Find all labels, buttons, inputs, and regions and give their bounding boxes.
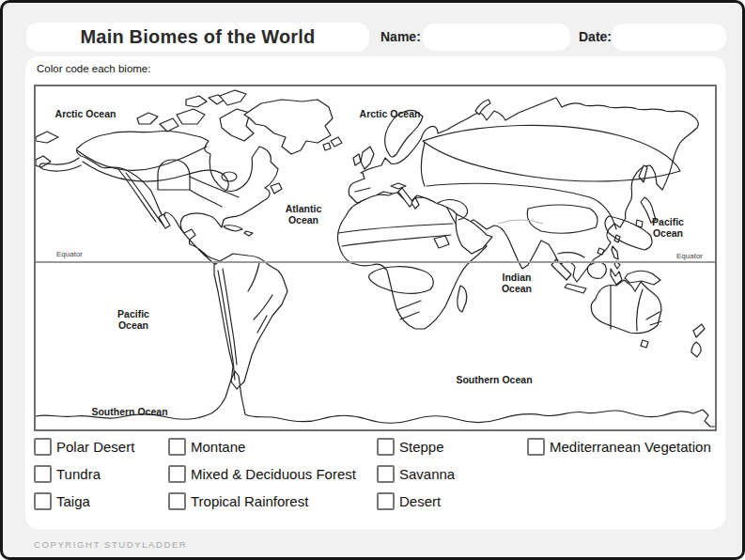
name-label: Name: [380,29,421,44]
checkbox-savanna[interactable] [377,465,395,483]
map-frame: Arctic Ocean Arctic Ocean Atlantic Ocean… [34,85,717,431]
legend-label: Mixed & Deciduous Forest [191,466,356,482]
copyright-text: COPYRIGHT STUDYLADDER [34,539,187,550]
legend-label: Tropical Rainforest [191,493,308,509]
legend-item-mixed-deciduous-forest: Mixed & Deciduous Forest [168,465,356,483]
checkbox-desert[interactable] [377,492,395,510]
legend-label: Montane [191,439,245,455]
legend-label: Savanna [399,466,455,482]
legend-item-taiga: Taiga [34,492,90,510]
equator-label-right: Equator [676,252,703,260]
date-input[interactable] [612,23,726,51]
ocean-label-southern-west: Southern Ocean [91,407,167,418]
legend-item-polar-desert: Polar Desert [34,438,134,456]
equator-label-left: Equator [56,250,83,258]
checkbox-polar-desert[interactable] [34,438,52,456]
legend-label: Mediterranean Vegetation [550,439,711,455]
legend-item-tundra: Tundra [34,465,101,483]
title-box: Main Biomes of the World [26,23,369,52]
world-biomes-map[interactable] [36,86,715,429]
legend-item-tropical-rainforest: Tropical Rainforest [168,492,308,510]
ocean-label-pacific-west: Pacific Ocean [108,309,159,331]
antarctica-coastline [36,371,715,427]
legend-item-steppe: Steppe [377,438,444,456]
legend-label: Tundra [56,466,101,482]
checkbox-steppe[interactable] [377,438,395,456]
legend-item-desert: Desert [377,492,441,510]
ocean-label-arctic-west: Arctic Ocean [55,109,116,120]
legend-label: Polar Desert [56,439,134,455]
legend-item-mediterranean-vegetation: Mediterranean Vegetation [527,438,711,456]
name-input[interactable] [423,23,570,51]
ocean-label-arctic-east: Arctic Ocean [360,109,421,120]
legend-item-montane: Montane [168,438,245,456]
checkbox-mediterranean-vegetation[interactable] [527,438,545,456]
checkbox-montane[interactable] [168,438,186,456]
ocean-label-atlantic: Atlantic Ocean [278,204,329,226]
checkbox-mixed-deciduous-forest[interactable] [168,465,186,483]
ocean-label-indian: Indian Ocean [491,272,542,294]
checkbox-tundra[interactable] [34,465,52,483]
instructions-text: Color code each biome: [37,63,150,74]
legend-label: Steppe [399,439,444,455]
ocean-label-southern-east: Southern Ocean [456,375,532,386]
ocean-label-pacific-east: Pacific Ocean [643,217,693,239]
page-title: Main Biomes of the World [81,26,316,48]
legend-label: Taiga [56,493,90,509]
checkbox-taiga[interactable] [34,492,52,510]
legend-label: Desert [399,493,441,509]
checkbox-tropical-rainforest[interactable] [168,492,186,510]
date-label: Date: [579,29,612,44]
legend-item-savanna: Savanna [377,465,455,483]
worksheet-page: Main Biomes of the World Name: Date: Col… [0,0,745,560]
